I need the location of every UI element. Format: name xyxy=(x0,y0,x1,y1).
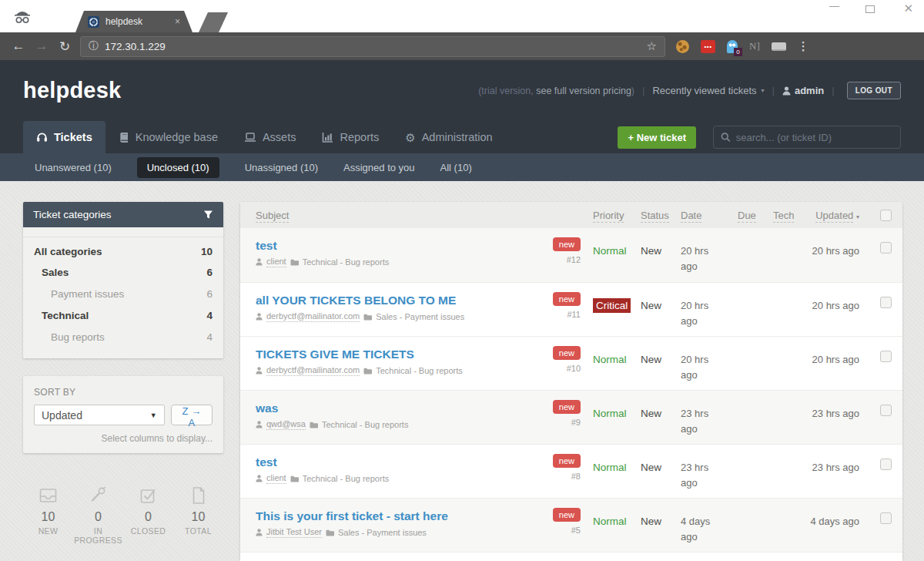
ticket-meta: derbyctf@mailinator.com Sales - Payment … xyxy=(256,311,536,322)
recently-viewed-dropdown[interactable]: Recently viewed tickets ▾ xyxy=(652,85,764,96)
category-item[interactable]: Technical 4 xyxy=(23,304,223,326)
row-checkbox[interactable] xyxy=(880,297,892,308)
category-item[interactable]: Sales 6 xyxy=(23,261,223,283)
user-menu[interactable]: admin xyxy=(782,85,824,96)
ticket-row[interactable]: all YOUR TICKETS BELONG TO ME derbyctf@m… xyxy=(240,282,902,336)
category-item[interactable]: Bug reports 4 xyxy=(23,326,223,348)
ghostery-extension-icon[interactable]: 0 xyxy=(727,40,738,53)
stat-label: TOTAL xyxy=(173,526,223,536)
search-input[interactable] xyxy=(736,132,893,143)
ticket-id: #8 xyxy=(571,472,581,481)
forward-icon: → xyxy=(34,39,49,54)
tab-close-icon[interactable]: × xyxy=(175,16,180,27)
ticket-requester[interactable]: qwd@wsa xyxy=(266,419,306,430)
ticket-subject-link[interactable]: This is your first ticket - start here xyxy=(256,509,536,523)
ticket-category[interactable]: Technical - Bug reports xyxy=(376,366,463,375)
column-status[interactable]: Status xyxy=(641,210,669,223)
ticket-row[interactable]: was qwd@wsa Technical - Bug reports xyxy=(240,390,902,444)
bookmark-star-icon[interactable]: ☆ xyxy=(647,39,657,53)
ticket-meta: derbyctf@mailinator.com Technical - Bug … xyxy=(256,365,536,376)
noscript-extension-icon[interactable]: N] xyxy=(749,40,760,52)
page-info-icon[interactable]: ⓘ xyxy=(89,39,99,53)
browser-tab[interactable]: helpdesk × xyxy=(75,11,192,32)
tab-tickets[interactable]: Tickets xyxy=(23,121,105,153)
select-columns-link[interactable]: Select columns to display... xyxy=(34,433,213,444)
window-close-icon[interactable]: ✕ xyxy=(903,2,913,15)
category-label[interactable]: Bug reports xyxy=(51,331,105,343)
column-due[interactable]: Due xyxy=(738,210,756,223)
password-extension-icon[interactable]: ••• xyxy=(701,40,715,53)
column-date[interactable]: Date xyxy=(681,210,701,223)
row-checkbox[interactable] xyxy=(880,405,892,416)
ticket-categories-panel: Ticket categories All categories 10 Sale… xyxy=(23,202,223,358)
subnav-filter[interactable]: Assigned to you xyxy=(343,162,415,173)
select-all-checkbox[interactable] xyxy=(880,210,892,221)
sort-order-button[interactable]: Z → A xyxy=(171,405,213,425)
category-label[interactable]: Technical xyxy=(42,310,89,321)
ticket-subject-link[interactable]: test xyxy=(256,455,536,469)
new-ticket-button[interactable]: + New ticket xyxy=(618,126,696,149)
sort-field-select[interactable]: Updated ▼ xyxy=(34,405,165,425)
row-checkbox[interactable] xyxy=(880,459,892,470)
category-label[interactable]: All categories xyxy=(34,246,102,257)
pricing-link[interactable]: see full version pricing xyxy=(536,86,631,96)
ticket-row[interactable]: TICKETS GIVE ME TICKETS derbyctf@mailina… xyxy=(240,336,902,390)
ticket-category[interactable]: Sales - Payment issues xyxy=(338,528,427,537)
logout-button[interactable]: LOG OUT xyxy=(847,82,901,99)
search-box[interactable] xyxy=(713,126,901,149)
ticket-requester[interactable]: client xyxy=(266,257,286,267)
category-label[interactable]: Sales xyxy=(42,267,69,278)
window-maximize-icon[interactable] xyxy=(865,5,875,13)
browser-menu-icon[interactable]: ⋮ xyxy=(798,39,809,53)
ticket-stats: 10 NEW 0 IN PROGRESS 0 CLOSED xyxy=(23,485,223,545)
folder-icon xyxy=(363,314,372,321)
subnav-filter[interactable]: Unassigned (10) xyxy=(245,162,318,173)
ticket-requester[interactable]: Jitbit Test User xyxy=(266,527,322,538)
tab-assets[interactable]: Assets xyxy=(231,121,310,153)
category-item[interactable]: Payment issues 6 xyxy=(23,283,223,304)
ticket-tech xyxy=(762,400,796,406)
subnav-filter[interactable]: Unclosed (10) xyxy=(137,157,219,178)
new-tab-button[interactable] xyxy=(199,12,228,32)
column-subject[interactable]: Subject xyxy=(256,210,289,223)
stat-total: 10 TOTAL xyxy=(173,485,223,545)
ticket-row[interactable]: This is your first ticket - start here J… xyxy=(240,498,902,552)
row-checkbox[interactable] xyxy=(880,242,892,254)
cookie-extension-icon[interactable] xyxy=(676,40,689,53)
subnav-filter[interactable]: Unanswered (10) xyxy=(35,162,112,173)
ticket-subject-link[interactable]: was xyxy=(256,401,536,415)
tab-administration[interactable]: ⚙ Administration xyxy=(392,121,505,153)
ticket-category[interactable]: Technical - Bug reports xyxy=(303,474,390,483)
ticket-category[interactable]: Technical - Bug reports xyxy=(303,257,390,267)
ticket-row[interactable]: test client Technical - Bug reports xyxy=(240,228,902,282)
app-title: helpdesk xyxy=(23,78,121,103)
category-item[interactable]: All categories 10 xyxy=(23,237,223,261)
ticket-category[interactable]: Technical - Bug reports xyxy=(322,420,409,429)
ticket-row[interactable]: test client Technical - Bug reports xyxy=(240,444,902,498)
ticket-requester[interactable]: client xyxy=(266,473,286,484)
column-priority[interactable]: Priority xyxy=(593,210,624,223)
window-minimize-icon[interactable]: — xyxy=(829,0,839,12)
ticket-subject-link[interactable]: TICKETS GIVE ME TICKETS xyxy=(256,348,536,361)
ticket-category[interactable]: Sales - Payment issues xyxy=(376,312,464,321)
book-icon xyxy=(119,132,129,143)
refresh-icon[interactable]: ↻ xyxy=(57,39,72,55)
gray-extension-icon[interactable] xyxy=(772,42,786,51)
ticket-requester[interactable]: derbyctf@mailinator.com xyxy=(266,311,360,322)
tab-reports[interactable]: Reports xyxy=(309,121,392,153)
subnav-filter[interactable]: All (10) xyxy=(440,162,472,173)
ticket-subject-link[interactable]: all YOUR TICKETS BELONG TO ME xyxy=(256,294,536,307)
tab-knowledge-base[interactable]: Knowledge base xyxy=(105,121,231,153)
back-icon[interactable]: ← xyxy=(11,39,26,54)
ticket-requester[interactable]: derbyctf@mailinator.com xyxy=(266,365,360,376)
row-checkbox[interactable] xyxy=(880,351,892,362)
ticket-subject-link[interactable]: test xyxy=(256,239,536,253)
row-checkbox[interactable] xyxy=(880,512,892,524)
ticket-updated: 4 days ago xyxy=(810,516,859,527)
address-bar[interactable]: ⓘ 172.30.1.229 ☆ xyxy=(80,36,665,57)
column-tech[interactable]: Tech xyxy=(773,210,794,223)
url-text[interactable]: 172.30.1.229 xyxy=(105,41,641,52)
filter-funnel-icon[interactable] xyxy=(203,210,213,220)
column-updated[interactable]: Updated xyxy=(815,210,853,223)
category-label[interactable]: Payment issues xyxy=(51,288,124,300)
